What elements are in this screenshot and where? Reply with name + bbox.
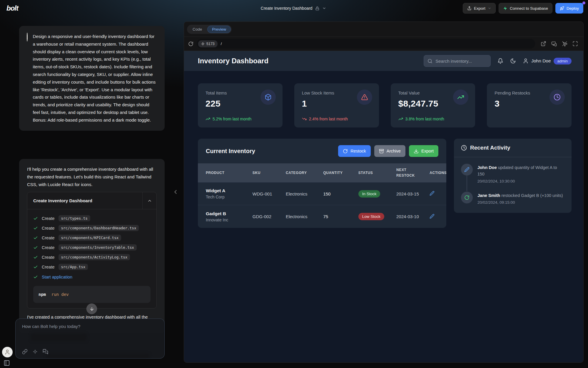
kpi-card: Total Items 225 5.2% from last month [198,83,283,127]
bell-icon[interactable] [497,58,503,64]
arrow-down-icon [89,306,94,311]
main-grid: Current Inventory Restock [198,139,572,228]
chat-input-field[interactable] [22,324,158,342]
product-name: Gadget B [206,211,244,216]
inventory-card-header: Current Inventory Restock [198,139,446,163]
fullscreen-icon[interactable] [572,41,578,47]
external-link-icon[interactable] [541,41,546,47]
archive-button[interactable]: Archive [374,145,405,157]
table-row: Gadget B Innovate Inc GDG-002 Electronic… [198,205,446,228]
app-header-actions: John Doe admin [424,55,572,67]
app-body: Total Items 225 5.2% from last month [184,71,583,228]
inventory-title: Current Inventory [206,148,255,155]
chat-bubbles-icon[interactable] [43,349,48,354]
restock-label: Restock [350,149,366,153]
artifact-step: Create src/components/KPICard.tsx [33,233,151,243]
alert-triangle-icon [361,94,368,101]
download-icon [414,149,419,154]
refresh-icon[interactable] [188,41,193,47]
inspector-cursor-icon[interactable] [562,41,567,47]
project-title-menu[interactable]: Create Inventory Dashboard [261,6,326,11]
product-name: Widget A [206,188,244,193]
app-preview: Inventory Dashboard [184,51,583,362]
activity-timestamp: 20/02/2024, 10:30:00 [477,179,564,183]
chat-input-box[interactable] [15,319,165,359]
search-input[interactable] [435,59,487,64]
role-badge: admin [554,58,572,64]
step-file-chip: src/components/KPICard.tsx [59,235,121,241]
status-badge: In Stock [358,190,380,198]
pencil-icon [464,167,470,172]
step-file-chip: src/types.ts [59,215,90,221]
edit-pencil-icon[interactable] [430,214,435,219]
check-icon [33,265,38,269]
connect-supabase-button[interactable]: Connect to Supabase [499,3,552,14]
sparkles-icon[interactable] [33,349,38,354]
step-action: Create [42,255,55,260]
check-icon [33,255,38,260]
activity-list: John Doe updated quantity of Widget A to… [454,157,572,213]
edit-pencil-icon[interactable] [430,191,435,196]
table-body: Widget A Tech Corp WDG-001 Electronics 1… [198,183,446,228]
preview-toolbar-icons [538,41,579,47]
connect-supabase-label: Connect to Supabase [510,6,548,11]
link-icon[interactable] [22,349,28,354]
start-step-row: Start application [27,272,156,282]
user-message-text: Design a responsive and user-friendly in… [33,33,157,124]
quantity-cell[interactable]: 75 [319,205,354,228]
devices-icon[interactable] [551,41,557,47]
check-icon [33,226,38,231]
inventory-search[interactable] [424,55,491,67]
kpi-icon-circle [260,89,276,105]
clock-icon [461,145,467,151]
chat-panel: Design a responsive and user-friendly in… [0,16,184,368]
collapse-chat-handle[interactable] [172,189,179,195]
screen: bolt Create Inventory Dashboard Export [0,0,588,368]
moon-icon[interactable] [510,58,516,64]
export-button[interactable]: Export [463,3,496,14]
user-menu[interactable]: John Doe admin [523,58,572,64]
kpi-trend-text: 2.4% from last month [309,117,348,121]
chat-input-toolbar [22,349,48,354]
top-bar-actions: Export Connect to Supabase Deploy [463,3,583,14]
scroll-down-button[interactable] [86,304,97,314]
activity-card: Recent Activity [454,139,572,213]
deploy-button[interactable]: Deploy [555,3,583,14]
start-application-link[interactable]: Start application [42,275,72,279]
inventory-table: PRODUCT SKU CATEGORY QUANTITY STATUS NEX… [198,163,446,228]
supabase-zap-icon [503,6,507,11]
sku-cell: GDG-002 [248,205,282,228]
account-avatar[interactable] [2,347,13,357]
chevron-down-icon [322,6,326,10]
rotate-cw-icon [343,149,348,154]
kpi-card: Low Stock Items 1 2.4% from last month [294,83,379,127]
step-file-chip: src/components/InventoryTable.tsx [59,244,137,251]
workbench-panel: Code Preview 5173 / [184,21,584,363]
user-avatar [27,33,28,42]
terminal-command: npm run dev [33,286,151,303]
archive-label: Archive [387,149,401,153]
tab-preview[interactable]: Preview [207,26,231,33]
clock-icon [554,94,561,101]
port-chip[interactable]: 5173 [198,40,218,47]
kpi-trend: 5.2% from last month [206,117,251,121]
artifact-step: Create src/components/ActivityLog.tsx [33,252,151,262]
quantity-cell[interactable]: 150 [319,183,354,205]
artifact-steps: Create src/types.ts Create src/component… [27,209,156,272]
tab-code[interactable]: Code [188,26,207,33]
trend-up-icon [206,117,210,121]
bolt-logo: bolt [5,4,18,12]
panel-left-icon[interactable] [4,360,10,366]
activity-timestamp: 20/02/2024, 09:15:00 [477,200,563,205]
refresh-icon [464,195,470,200]
url-input[interactable]: 5173 / [197,39,535,49]
activity-text: John Doe updated quantity of Widget A to… [477,164,564,178]
restock-button[interactable]: Restock [338,145,370,157]
export-data-button[interactable]: Export [409,145,438,157]
project-title: Create Inventory Dashboard [261,6,313,11]
artifact-collapse-button[interactable] [142,192,156,209]
table-header: PRODUCT SKU CATEGORY QUANTITY STATUS NEX… [198,163,446,183]
activity-actor: Jane Smith [477,193,500,198]
step-file-chip: src/components/DashboardHeader.tsx [59,225,139,231]
step-action: Create [42,236,55,240]
